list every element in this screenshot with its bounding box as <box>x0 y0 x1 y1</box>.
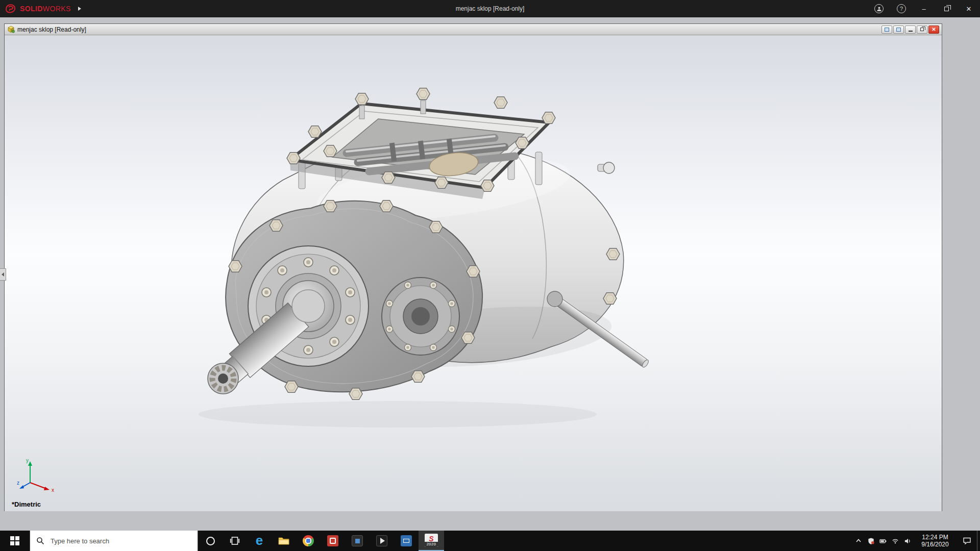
network-tray-button[interactable] <box>889 531 901 551</box>
battery-tray-button[interactable] <box>877 531 889 551</box>
orientation-triad[interactable]: y x z <box>17 456 60 493</box>
battery-icon <box>879 537 887 545</box>
edge-icon: e <box>256 534 263 547</box>
speaker-icon <box>903 537 912 545</box>
solidworks-app-icon: S 2020 <box>425 534 438 547</box>
shield-icon <box>867 537 875 545</box>
document-title: menjac sklop [Read-only] <box>17 26 86 33</box>
svg-text:y: y <box>26 458 29 463</box>
doc-pane-button-2[interactable] <box>893 26 904 34</box>
restore-icon <box>920 28 924 31</box>
doc-close-button[interactable]: ✕ <box>928 26 939 34</box>
user-icon <box>874 4 884 13</box>
chevron-up-icon <box>855 537 862 544</box>
taskbar-search[interactable] <box>30 531 198 551</box>
file-explorer-button[interactable] <box>272 531 296 551</box>
assembly-document-icon <box>7 26 15 33</box>
media-player-icon <box>376 535 387 546</box>
solidworks-logo[interactable]: SOLIDWORKS <box>0 0 76 17</box>
doc-minimize-button[interactable] <box>905 26 916 34</box>
taskbar-clock[interactable]: 12:24 PM 9/16/2020 <box>914 531 957 551</box>
view-orientation-label: *Dimetric <box>12 500 41 508</box>
pinned-app-button-4[interactable] <box>394 531 419 551</box>
windows-taskbar: e S 2020 <box>0 531 980 551</box>
minimize-button[interactable]: – <box>913 0 935 17</box>
app-window-title: menjac sklop [Read-only] <box>456 0 525 17</box>
logo-text: SOLIDWORKS <box>20 5 71 13</box>
chrome-button[interactable] <box>296 531 321 551</box>
action-center-icon <box>963 537 971 545</box>
svg-text:x: x <box>52 487 54 493</box>
cortana-icon <box>206 537 215 545</box>
windows-logo-icon <box>10 536 19 545</box>
pinned-app-button-2[interactable] <box>345 531 370 551</box>
account-button[interactable] <box>868 0 890 17</box>
document-window: menjac sklop [Read-only] ✕ <box>4 23 942 511</box>
chrome-icon <box>303 535 314 546</box>
app-client-area: menjac sklop [Read-only] ✕ <box>0 17 980 531</box>
app-titlebar: SOLIDWORKS menjac sklop [Read-only] ? – … <box>0 0 980 17</box>
restore-icon <box>944 7 949 11</box>
doc-pane-button-1[interactable] <box>881 26 892 34</box>
start-button[interactable] <box>0 531 30 551</box>
help-button[interactable]: ? <box>890 0 913 17</box>
pane-icon <box>896 28 901 32</box>
clock-time: 12:24 PM <box>922 534 948 541</box>
panel-expand-arrow-icon <box>2 272 4 277</box>
restore-button[interactable] <box>935 0 958 17</box>
system-tray: 12:24 PM 9/16/2020 <box>852 531 980 551</box>
security-tray-button[interactable] <box>865 531 877 551</box>
edge-button[interactable]: e <box>247 531 272 551</box>
volume-tray-button[interactable] <box>901 531 914 551</box>
app-window-controls: ? – ✕ <box>868 0 980 17</box>
red-app-icon <box>327 535 338 546</box>
menu-expand-arrow-icon[interactable] <box>78 7 81 11</box>
blue-app-icon <box>401 535 412 546</box>
clock-date: 9/16/2020 <box>921 541 948 548</box>
task-view-button[interactable] <box>223 531 247 551</box>
document-titlebar[interactable]: menjac sklop [Read-only] ✕ <box>5 24 942 35</box>
gearbox-3d-model <box>5 36 942 511</box>
tray-overflow-button[interactable] <box>852 531 865 551</box>
minimize-icon <box>909 31 913 32</box>
document-window-controls: ✕ <box>881 26 940 34</box>
show-desktop-button[interactable] <box>977 531 980 551</box>
graphics-viewport[interactable]: y x z *Dimetric <box>5 36 942 511</box>
doc-restore-button[interactable] <box>917 26 927 34</box>
search-icon <box>36 537 44 545</box>
action-center-button[interactable] <box>957 531 977 551</box>
solidworks-logo-icon <box>5 3 16 14</box>
dark-app-icon <box>352 535 363 546</box>
model-shadow <box>199 401 597 428</box>
svg-text:z: z <box>17 480 19 486</box>
pinned-app-button-1[interactable] <box>321 531 345 551</box>
cortana-button[interactable] <box>198 531 223 551</box>
solidworks-taskbar-button[interactable]: S 2020 <box>419 531 444 551</box>
solidworks-version-badge: 2020 <box>425 542 438 547</box>
search-input[interactable] <box>50 537 182 545</box>
wifi-icon <box>891 537 899 545</box>
close-button[interactable]: ✕ <box>958 0 980 17</box>
feature-panel-expand-tab[interactable] <box>0 268 6 281</box>
help-icon: ? <box>897 4 906 13</box>
file-explorer-icon <box>278 536 289 545</box>
pane-icon <box>885 28 889 32</box>
output-cover <box>382 278 459 355</box>
task-view-icon <box>230 536 240 545</box>
pinned-app-button-3[interactable] <box>370 531 394 551</box>
